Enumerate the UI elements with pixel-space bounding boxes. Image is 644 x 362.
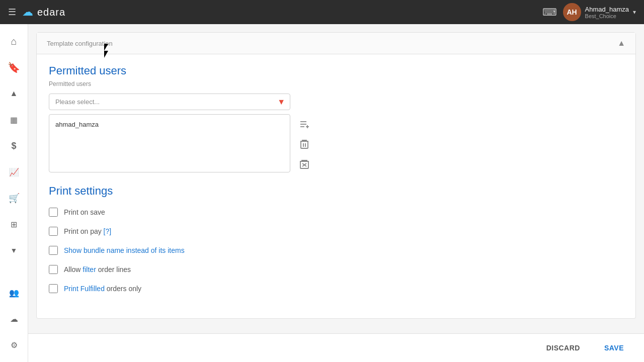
show-bundle-checkbox[interactable] xyxy=(49,246,58,255)
user-name: Ahmad_hamza xyxy=(585,6,629,13)
checkbox-row-filter: Allow filter order lines xyxy=(49,265,623,274)
permitted-users-title: Permitted users xyxy=(49,64,623,77)
action-buttons xyxy=(296,114,312,172)
print-fulfilled-checkbox[interactable] xyxy=(49,284,58,293)
sidebar-item-orders[interactable]: 🛒 xyxy=(2,186,26,210)
logo-container: ☁ edara xyxy=(22,6,65,19)
user-menu[interactable]: AH Ahmad_hamza Best_Choice ▾ xyxy=(563,3,636,21)
sidebar-item-cloud[interactable]: ☁ xyxy=(2,307,26,331)
checkbox-row-fulfilled: Print Fulfilled orders only xyxy=(49,284,623,293)
clear-all-button[interactable] xyxy=(296,156,312,172)
sidebar-item-settings[interactable]: ⚙ xyxy=(2,333,26,357)
print-fulfilled-label[interactable]: Print Fulfilled orders only xyxy=(64,285,141,293)
discard-button[interactable]: DISCARD xyxy=(538,340,588,356)
navbar-left: ☰ ☁ edara xyxy=(8,6,65,19)
navbar: ☰ ☁ edara ⌨ AH Ahmad_hamza Best_Choice ▾ xyxy=(0,0,644,24)
svg-rect-5 xyxy=(301,141,308,148)
checkbox-row-bundle: Show bundle name instead of its items xyxy=(49,246,623,255)
template-config-title: Template configuration xyxy=(47,40,113,47)
navbar-right: ⌨ AH Ahmad_hamza Best_Choice ▾ xyxy=(542,3,636,21)
sidebar-item-users[interactable]: 👥 xyxy=(2,281,26,305)
collapse-button[interactable]: ▲ xyxy=(617,39,625,48)
user-info: Ahmad_hamza Best_Choice xyxy=(585,6,629,19)
permitted-users-subtitle: Permitted users xyxy=(49,80,623,87)
sidebar-item-bookmarks[interactable]: 🔖 xyxy=(2,55,26,79)
template-config-header: Template configuration ▲ xyxy=(37,33,635,54)
sidebar-item-grid[interactable]: ▦ xyxy=(2,108,26,132)
save-button[interactable]: SAVE xyxy=(596,340,632,356)
main-layout: ⌂ 🔖 ▲ ▦ $ 📈 🛒 ⊞ ▼ 👥 ☁ ⚙ Template configu… xyxy=(0,24,644,362)
print-on-save-checkbox[interactable] xyxy=(49,208,58,217)
select-container: Please select... ▼ xyxy=(49,94,290,110)
print-on-pay-help-link[interactable]: [?] xyxy=(104,227,112,235)
permitted-users-select[interactable]: Please select... xyxy=(49,94,290,110)
user-company: Best_Choice xyxy=(585,13,629,19)
delete-item-button[interactable] xyxy=(296,136,312,152)
sidebar: ⌂ 🔖 ▲ ▦ $ 📈 🛒 ⊞ ▼ 👥 ☁ ⚙ xyxy=(0,24,28,362)
footer: DISCARD SAVE xyxy=(28,333,644,362)
user-item-ahmad: ahmad_hamza xyxy=(53,119,286,130)
chevron-down-icon: ▾ xyxy=(633,9,636,16)
print-settings-title: Print settings xyxy=(49,185,623,198)
logo-cloud-icon: ☁ xyxy=(22,6,33,19)
sidebar-item-collapse-up[interactable]: ▲ xyxy=(2,81,26,106)
sidebar-item-analytics[interactable]: 📈 xyxy=(2,160,26,184)
sidebar-item-reports[interactable]: ⊞ xyxy=(2,212,26,236)
avatar: AH xyxy=(563,3,581,21)
logo-text: edara xyxy=(37,7,65,18)
checkbox-row-print-on-pay: Print on pay [?] xyxy=(49,227,623,236)
card-body: Permitted users Permitted users Please s… xyxy=(37,54,635,318)
add-to-list-button[interactable] xyxy=(296,116,312,132)
template-config-card: Template configuration ▲ Permitted users… xyxy=(36,32,636,319)
users-list: ahmad_hamza xyxy=(49,114,290,172)
content-area: Template configuration ▲ Permitted users… xyxy=(28,24,644,333)
print-on-pay-label[interactable]: Print on pay [?] xyxy=(64,227,111,235)
allow-filter-checkbox[interactable] xyxy=(49,265,58,274)
sidebar-item-collapse-down[interactable]: ▼ xyxy=(2,238,26,262)
print-on-pay-checkbox[interactable] xyxy=(49,227,58,236)
print-on-save-label[interactable]: Print on save xyxy=(64,208,105,216)
sidebar-item-home[interactable]: ⌂ xyxy=(2,29,26,53)
notifications-button[interactable]: ⌨ xyxy=(542,6,557,18)
checkbox-row-print-on-save: Print on save xyxy=(49,208,623,217)
show-bundle-label[interactable]: Show bundle name instead of its items xyxy=(64,246,185,254)
hamburger-icon[interactable]: ☰ xyxy=(8,7,16,18)
users-row: ahmad_hamza xyxy=(49,114,623,172)
allow-filter-label[interactable]: Allow filter order lines xyxy=(64,265,131,274)
sidebar-item-finance[interactable]: $ xyxy=(2,134,26,158)
